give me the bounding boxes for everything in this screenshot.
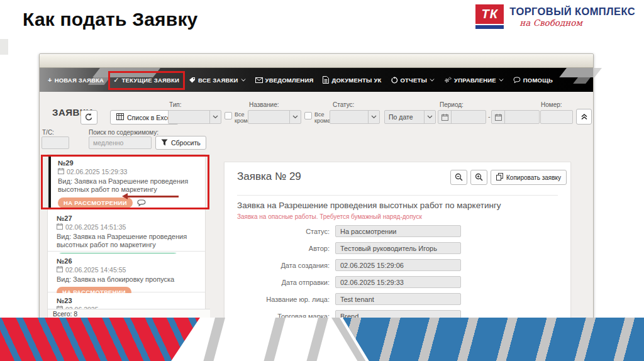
card-date: 02.06.2025 15:29:33 — [67, 168, 127, 175]
field-row: Статус: На рассмотрении — [237, 225, 461, 238]
copy-request-label: Копировать заявку — [506, 174, 561, 181]
page-title: Как подать Заявку — [23, 9, 197, 30]
period-from-input[interactable] — [438, 110, 486, 124]
envelope-icon — [255, 77, 263, 83]
request-card-26[interactable]: №26 02.06.2025 14:45:55 Вид: Заявка на б… — [48, 253, 205, 292]
brand-abbr: ТК — [475, 4, 504, 24]
history-icon — [391, 77, 398, 84]
decorative-band — [0, 318, 644, 361]
field-label: Дата создания: — [237, 262, 335, 269]
card-number: №27 — [57, 214, 199, 222]
tag-icon — [189, 77, 196, 84]
excel-export-label: Список в Excel — [127, 114, 172, 121]
nav-item-label: ВСЕ ЗАЯВКИ — [198, 77, 238, 84]
field-label: Дата отправки: — [237, 279, 335, 286]
speech-bubble-icon — [513, 77, 521, 83]
content-search-input[interactable] — [89, 136, 152, 149]
content-search-label: Поиск по содержимому: — [89, 129, 158, 136]
copy-request-button[interactable]: Копировать заявку — [491, 170, 567, 185]
check-icon: ✓ — [113, 77, 119, 84]
sort-select-value: По дате — [385, 113, 424, 121]
field-value: На рассмотрении — [335, 225, 461, 237]
field-value: Тестовый руководитель Игорь — [335, 242, 461, 254]
type-select[interactable] — [168, 110, 221, 124]
chevron-down-icon — [209, 111, 221, 123]
chevron-down-icon — [424, 111, 435, 123]
copy-icon — [496, 173, 503, 182]
calendar-icon — [438, 111, 452, 123]
nav-item-all-requests[interactable]: ВСЕ ЗАЯВКИ — [189, 77, 245, 84]
calendar-icon — [57, 223, 63, 231]
calendar-icon — [57, 266, 63, 274]
field-label: Автор: — [237, 245, 335, 252]
request-card-29[interactable]: №29 02.06.2025 15:29:33 Вид: Заявка на Р… — [48, 155, 205, 209]
magnifier-plus-icon — [475, 173, 483, 182]
app-screenshot: + НОВАЯ ЗАЯВКА ✓ ТЕКУЩИЕ ЗАЯВКИ ВСЕ ЗАЯВ… — [39, 53, 594, 321]
chevron-down-icon — [241, 79, 246, 82]
period-separator: - — [488, 113, 491, 120]
calendar-icon — [492, 111, 505, 123]
nav-item-label: НОВАЯ ЗАЯВКА — [55, 77, 104, 84]
app-content: ЗАЯВКИ Список в Excel Тип: Все кроме Наз… — [40, 92, 593, 321]
field-row: Дата отправки: 02.06.2025 15:29:33 — [237, 275, 461, 289]
calendar-icon — [58, 168, 64, 175]
collapse-filters-button[interactable] — [576, 109, 592, 125]
zoom-out-button[interactable] — [450, 170, 467, 185]
field-value: 02.06.2025 15:29:06 — [335, 259, 461, 271]
double-chevron-up-icon — [580, 113, 588, 121]
number-input[interactable] — [540, 110, 573, 124]
name-filter-label: Название: — [249, 101, 279, 108]
card-number: №26 — [57, 257, 199, 265]
reset-filters-button[interactable]: Сбросить — [155, 136, 206, 150]
brand-logo-mark: ТК — [475, 4, 504, 29]
request-warning: Заявка на опасные работы. Требуется бума… — [237, 213, 422, 220]
field-value: Test tenant — [335, 293, 461, 305]
checkbox-icon — [304, 112, 312, 119]
plus-icon: + — [48, 77, 52, 84]
brand-logo: ТК ТОРГОВЫЙ КОМПЛЕКС на Свободном — [475, 4, 635, 29]
field-label: Статус: — [237, 228, 335, 235]
detail-title: Заявка № 29 — [237, 170, 301, 183]
nav-item-help[interactable]: ПОМОЩЬ — [513, 77, 553, 84]
sort-select[interactable]: По дате — [384, 110, 436, 124]
funnel-icon — [161, 139, 168, 147]
checkbox-icon — [225, 112, 232, 119]
request-card-23[interactable]: №23 02.06.2025 — [48, 293, 205, 309]
table-icon — [116, 113, 124, 121]
brand-underline — [475, 25, 504, 29]
field-label: Название юр. лица: — [237, 296, 335, 303]
reset-filters-label: Сбросить — [171, 139, 201, 147]
nav-item-reports[interactable]: ОТЧЕТЫ — [391, 77, 435, 84]
field-value: 02.06.2025 15:29:33 — [335, 276, 461, 288]
nav-item-new-request[interactable]: + НОВАЯ ЗАЯВКА — [48, 77, 104, 84]
zoom-in-button[interactable] — [470, 170, 487, 185]
requests-list: №29 02.06.2025 15:29:33 Вид: Заявка на Р… — [47, 154, 206, 319]
nav-item-management[interactable]: УПРАВЛЕНИЕ — [444, 77, 504, 84]
card-number: №23 — [57, 297, 199, 304]
document-icon — [323, 76, 329, 84]
slide-decoration-chip — [0, 39, 8, 55]
period-filter-label: Период: — [440, 101, 464, 108]
refresh-button[interactable] — [80, 110, 97, 125]
name-select[interactable] — [248, 110, 301, 124]
chevron-down-icon — [430, 79, 435, 82]
nav-decoration — [573, 77, 591, 84]
period-to-input[interactable] — [491, 110, 540, 124]
comment-icon[interactable] — [137, 197, 146, 209]
request-detail-panel: Заявка № 29 Копировать заявку Заявка на … — [224, 162, 571, 319]
number-filter-label: Номер: — [541, 101, 562, 108]
nav-item-current-requests[interactable]: ✓ ТЕКУЩИЕ ЗАЯВКИ — [113, 77, 179, 84]
field-row: Название юр. лица: Test tenant — [237, 292, 461, 306]
band-gray-stripe — [264, 318, 286, 361]
nav-item-documents[interactable]: ДОКУМЕНТЫ УК — [323, 76, 381, 84]
tc-input[interactable] — [42, 136, 69, 149]
request-card-27[interactable]: №27 02.06.2025 14:51:35 Вид: Заявка на Р… — [48, 211, 205, 252]
request-heading: Заявка на Разрешение проведения высотных… — [237, 201, 501, 210]
tc-filter-label: Т/С: — [42, 129, 54, 136]
divider — [237, 195, 558, 196]
magnifier-minus-icon — [455, 173, 463, 182]
nav-item-notifications[interactable]: УВЕДОМЛЕНИЯ — [255, 77, 314, 84]
card-number: №29 — [58, 159, 199, 167]
band-gray-stripe — [307, 318, 328, 361]
status-select[interactable] — [330, 110, 380, 124]
